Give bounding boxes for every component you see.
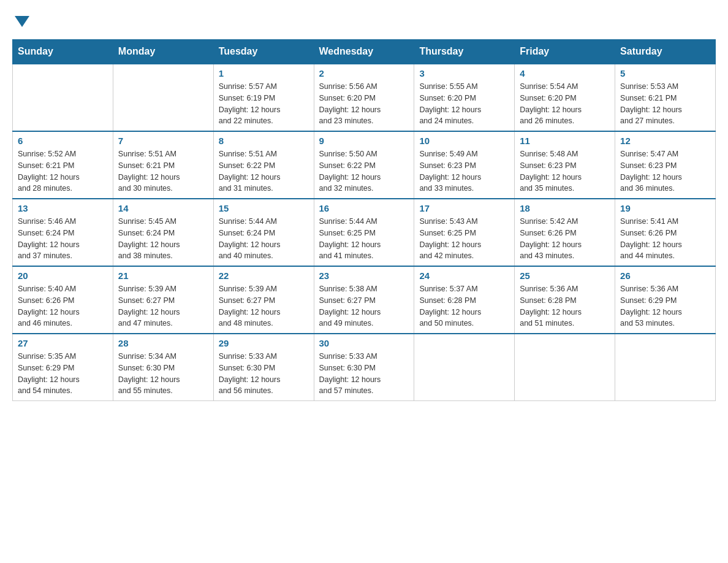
day-info: Sunrise: 5:33 AMSunset: 6:30 PMDaylight:… [219,351,309,397]
calendar-header-friday: Friday [515,40,615,64]
day-number: 6 [18,136,108,146]
day-info: Sunrise: 5:52 AMSunset: 6:21 PMDaylight:… [18,148,108,194]
day-number: 16 [319,203,409,213]
calendar-cell [13,64,113,131]
day-info: Sunrise: 5:37 AMSunset: 6:28 PMDaylight:… [419,283,509,329]
calendar-cell [515,334,615,401]
calendar-cell: 27Sunrise: 5:35 AMSunset: 6:29 PMDayligh… [13,334,113,401]
calendar-week-row-1: 1Sunrise: 5:57 AMSunset: 6:19 PMDaylight… [13,64,716,131]
calendar-cell: 26Sunrise: 5:36 AMSunset: 6:29 PMDayligh… [615,266,716,334]
day-info: Sunrise: 5:51 AMSunset: 6:22 PMDaylight:… [219,148,309,194]
logo-arrow-icon [15,16,29,27]
calendar-week-row-5: 27Sunrise: 5:35 AMSunset: 6:29 PMDayligh… [13,334,716,401]
day-info: Sunrise: 5:43 AMSunset: 6:25 PMDaylight:… [419,216,509,262]
day-info: Sunrise: 5:36 AMSunset: 6:28 PMDaylight:… [520,283,610,329]
day-info: Sunrise: 5:36 AMSunset: 6:29 PMDaylight:… [620,283,710,329]
day-number: 9 [319,136,409,146]
day-info: Sunrise: 5:50 AMSunset: 6:22 PMDaylight:… [319,148,409,194]
calendar-cell: 21Sunrise: 5:39 AMSunset: 6:27 PMDayligh… [113,266,213,334]
day-number: 21 [118,270,208,281]
calendar-week-row-4: 20Sunrise: 5:40 AMSunset: 6:26 PMDayligh… [13,266,716,334]
day-info: Sunrise: 5:42 AMSunset: 6:26 PMDaylight:… [520,216,610,262]
day-info: Sunrise: 5:38 AMSunset: 6:27 PMDaylight:… [319,283,409,329]
day-number: 12 [620,136,710,146]
calendar-cell: 22Sunrise: 5:39 AMSunset: 6:27 PMDayligh… [213,266,314,334]
day-info: Sunrise: 5:48 AMSunset: 6:23 PMDaylight:… [520,148,610,194]
calendar-cell: 2Sunrise: 5:56 AMSunset: 6:20 PMDaylight… [314,64,414,131]
calendar-cell: 7Sunrise: 5:51 AMSunset: 6:21 PMDaylight… [113,131,213,199]
calendar-week-row-2: 6Sunrise: 5:52 AMSunset: 6:21 PMDaylight… [13,131,716,199]
calendar-cell [113,64,213,131]
day-info: Sunrise: 5:40 AMSunset: 6:26 PMDaylight:… [18,283,108,329]
calendar-cell: 9Sunrise: 5:50 AMSunset: 6:22 PMDaylight… [314,131,414,199]
day-number: 8 [219,136,309,146]
day-info: Sunrise: 5:55 AMSunset: 6:20 PMDaylight:… [419,81,509,127]
calendar-cell: 6Sunrise: 5:52 AMSunset: 6:21 PMDaylight… [13,131,113,199]
calendar-cell: 4Sunrise: 5:54 AMSunset: 6:20 PMDaylight… [515,64,615,131]
day-number: 30 [319,338,409,348]
day-info: Sunrise: 5:41 AMSunset: 6:26 PMDaylight:… [620,216,710,262]
day-info: Sunrise: 5:57 AMSunset: 6:19 PMDaylight:… [219,81,309,127]
day-info: Sunrise: 5:47 AMSunset: 6:23 PMDaylight:… [620,148,710,194]
day-number: 13 [18,203,108,213]
day-number: 22 [219,270,309,281]
calendar-cell: 11Sunrise: 5:48 AMSunset: 6:23 PMDayligh… [515,131,615,199]
calendar-week-row-3: 13Sunrise: 5:46 AMSunset: 6:24 PMDayligh… [13,199,716,266]
calendar-cell: 10Sunrise: 5:49 AMSunset: 6:23 PMDayligh… [414,131,515,199]
day-info: Sunrise: 5:35 AMSunset: 6:29 PMDaylight:… [18,351,108,397]
calendar-cell: 23Sunrise: 5:38 AMSunset: 6:27 PMDayligh… [314,266,414,334]
day-number: 25 [520,270,610,281]
day-info: Sunrise: 5:39 AMSunset: 6:27 PMDaylight:… [219,283,309,329]
day-info: Sunrise: 5:46 AMSunset: 6:24 PMDaylight:… [18,216,108,262]
calendar-header-thursday: Thursday [414,40,515,64]
day-info: Sunrise: 5:39 AMSunset: 6:27 PMDaylight:… [118,283,208,329]
calendar-cell [615,334,716,401]
calendar-cell [414,334,515,401]
calendar-cell: 30Sunrise: 5:33 AMSunset: 6:30 PMDayligh… [314,334,414,401]
day-number: 3 [419,68,509,79]
day-number: 10 [419,136,509,146]
page-header [12,12,716,27]
calendar-cell: 14Sunrise: 5:45 AMSunset: 6:24 PMDayligh… [113,199,213,266]
calendar-cell: 19Sunrise: 5:41 AMSunset: 6:26 PMDayligh… [615,199,716,266]
day-number: 20 [18,270,108,281]
day-number: 26 [620,270,710,281]
calendar-cell: 15Sunrise: 5:44 AMSunset: 6:24 PMDayligh… [213,199,314,266]
calendar-cell: 3Sunrise: 5:55 AMSunset: 6:20 PMDaylight… [414,64,515,131]
logo [12,12,29,27]
day-number: 1 [219,68,309,79]
day-number: 27 [18,338,108,348]
day-info: Sunrise: 5:44 AMSunset: 6:25 PMDaylight:… [319,216,409,262]
calendar-header-monday: Monday [113,40,213,64]
day-number: 7 [118,136,208,146]
calendar-cell: 12Sunrise: 5:47 AMSunset: 6:23 PMDayligh… [615,131,716,199]
day-number: 17 [419,203,509,213]
calendar-cell: 24Sunrise: 5:37 AMSunset: 6:28 PMDayligh… [414,266,515,334]
day-number: 11 [520,136,610,146]
day-number: 18 [520,203,610,213]
day-number: 23 [319,270,409,281]
calendar-cell: 17Sunrise: 5:43 AMSunset: 6:25 PMDayligh… [414,199,515,266]
calendar-cell: 13Sunrise: 5:46 AMSunset: 6:24 PMDayligh… [13,199,113,266]
day-info: Sunrise: 5:33 AMSunset: 6:30 PMDaylight:… [319,351,409,397]
calendar-cell: 16Sunrise: 5:44 AMSunset: 6:25 PMDayligh… [314,199,414,266]
day-number: 14 [118,203,208,213]
day-number: 2 [319,68,409,79]
calendar-cell: 18Sunrise: 5:42 AMSunset: 6:26 PMDayligh… [515,199,615,266]
day-number: 24 [419,270,509,281]
calendar-table: SundayMondayTuesdayWednesdayThursdayFrid… [12,39,716,401]
day-info: Sunrise: 5:45 AMSunset: 6:24 PMDaylight:… [118,216,208,262]
calendar-cell: 1Sunrise: 5:57 AMSunset: 6:19 PMDaylight… [213,64,314,131]
day-info: Sunrise: 5:54 AMSunset: 6:20 PMDaylight:… [520,81,610,127]
calendar-cell: 28Sunrise: 5:34 AMSunset: 6:30 PMDayligh… [113,334,213,401]
calendar-header-sunday: Sunday [13,40,113,64]
day-info: Sunrise: 5:34 AMSunset: 6:30 PMDaylight:… [118,351,208,397]
calendar-header-saturday: Saturday [615,40,716,64]
calendar-cell: 8Sunrise: 5:51 AMSunset: 6:22 PMDaylight… [213,131,314,199]
day-info: Sunrise: 5:49 AMSunset: 6:23 PMDaylight:… [419,148,509,194]
calendar-header-tuesday: Tuesday [213,40,314,64]
day-info: Sunrise: 5:53 AMSunset: 6:21 PMDaylight:… [620,81,710,127]
calendar-cell: 25Sunrise: 5:36 AMSunset: 6:28 PMDayligh… [515,266,615,334]
day-number: 5 [620,68,710,79]
day-number: 29 [219,338,309,348]
